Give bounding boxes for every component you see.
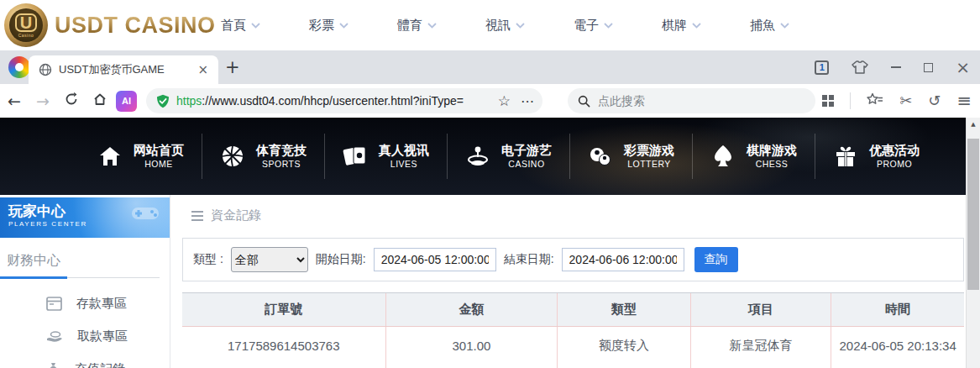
site-nav-electronic[interactable]: 電子 [574, 18, 613, 34]
apps-grid-icon[interactable] [822, 95, 834, 107]
casino-main-nav: 网站首页 HOME 体育竞技 SPORTS [0, 118, 966, 195]
window-close-button[interactable]: × [956, 59, 970, 76]
coin-letter: U [15, 13, 37, 32]
reload-icon [64, 92, 79, 107]
reload-button[interactable] [57, 92, 86, 111]
coin-inner: U Casino [9, 8, 43, 42]
end-date-input[interactable] [562, 248, 684, 271]
nav-lives[interactable]: 真人视讯 LIVES [324, 134, 447, 179]
players-center-header: 玩家中心 PLAYERS CENTER [0, 197, 170, 238]
nav-casino[interactable]: 电子游艺 CASINO [447, 134, 569, 179]
nav-label-zh: 网站首页 [134, 143, 184, 159]
search-box[interactable] [568, 88, 815, 113]
spade-icon [710, 144, 736, 169]
sidebar-menu: 存款專區 取款專區 充值記錄 [0, 287, 170, 368]
site-nav-sports[interactable]: 體育 [397, 18, 437, 34]
back-button[interactable]: ← [0, 92, 29, 110]
chevron-down-icon [251, 23, 260, 29]
nav-promo[interactable]: 优惠活动 PROMO [815, 134, 937, 179]
site-nav-label: 捕魚 [750, 18, 775, 34]
minimize-button[interactable] [891, 66, 901, 68]
page-scrollbar[interactable]: ▲ [966, 118, 980, 368]
query-button[interactable]: 查詢 [694, 247, 738, 272]
table-row: 1717589614503763 301.00 额度转入 新皇冠体育 2024-… [182, 327, 964, 368]
nav-label-zh: 真人视讯 [379, 143, 429, 159]
cell-amount: 301.00 [385, 327, 558, 368]
gift-icon [833, 144, 858, 169]
ai-assistant-button[interactable]: AI [116, 91, 137, 112]
url-text: https://www.usdt04.com/hhcp/usercenter.h… [176, 94, 491, 108]
site-nav-fishing[interactable]: 捕魚 [750, 18, 789, 34]
nav-label-en: LIVES [390, 159, 417, 170]
home-button[interactable] [86, 92, 114, 111]
nav-lottery[interactable]: 彩票游戏 LOTTERY [569, 134, 692, 179]
start-date-input[interactable] [374, 248, 496, 271]
nav-chess[interactable]: 棋牌游戏 CHESS [692, 134, 815, 179]
maximize-button[interactable] [924, 63, 933, 72]
playing-cards-icon [343, 144, 368, 169]
undo-restore-icon[interactable]: ↺ [928, 93, 941, 108]
site-header: U Casino USDT CASINO 首頁 彩票 體育 視訊 電子 棋牌 [0, 0, 980, 50]
home-icon [97, 144, 123, 169]
browser-tab[interactable]: USDT加密货币GAME × [29, 55, 218, 84]
chevron-down-icon [516, 23, 525, 29]
site-nav-lottery[interactable]: 彩票 [309, 18, 349, 34]
scroll-up-arrow-icon[interactable]: ▲ [967, 118, 980, 131]
col-amount: 金額 [385, 293, 558, 327]
favorites-icon[interactable] [867, 92, 883, 110]
site-nav-chess[interactable]: 棋牌 [662, 18, 701, 34]
browser-logo-icon[interactable] [8, 56, 30, 78]
col-item: 項目 [690, 293, 831, 327]
toolbar-right: ✂ ↺ ≡ [822, 84, 972, 118]
url-field[interactable]: https://www.usdt04.com/hhcp/usercenter.h… [146, 88, 542, 113]
toolbar-divider [850, 92, 851, 109]
page-viewport: 网站首页 HOME 体育竞技 SPORTS [0, 118, 980, 368]
brand: U Casino USDT CASINO [4, 3, 216, 47]
nav-label-en: CASINO [508, 159, 544, 170]
page-title-text: 資金記錄 [211, 208, 261, 223]
forward-button[interactable]: → [29, 92, 57, 110]
chevron-down-icon [692, 23, 701, 29]
filter-bar: 類型 : 全部 開始日期: 結束日期: 查詢 [182, 238, 964, 281]
site-nav: 首頁 彩票 體育 視訊 電子 棋牌 捕魚 [221, 0, 789, 50]
site-nav-home[interactable]: 首頁 [221, 18, 260, 34]
sidebar-item-label: 取款專區 [77, 329, 128, 344]
brand-name: USDT CASINO [55, 13, 216, 39]
browser-menu-icon[interactable]: ≡ [956, 92, 972, 110]
end-date-label: 結束日期: [504, 252, 554, 267]
cell-type: 额度转入 [558, 327, 690, 368]
tab-title: USDT加密货币GAME [59, 62, 187, 77]
nav-label-zh: 电子游艺 [501, 143, 552, 159]
hand-coin-icon [46, 330, 63, 343]
new-tab-button[interactable]: + [225, 57, 240, 77]
nav-label-zh: 优惠活动 [869, 143, 920, 159]
browser-address-bar: ← → AI https://www.usdt04.com/hhcp/userc… [0, 84, 980, 118]
chevron-down-icon [604, 23, 613, 29]
site-nav-label: 視訊 [485, 18, 511, 34]
search-icon [578, 95, 590, 108]
search-input[interactable] [598, 94, 805, 108]
table-header-row: 訂單號 金額 類型 項目 時間 [182, 293, 964, 327]
sidebar-item-withdraw[interactable]: 取款專區 [0, 320, 170, 353]
type-select[interactable]: 全部 [231, 247, 308, 272]
sidebar-item-recharge-record[interactable]: 充值記錄 [0, 353, 170, 368]
gamepad-icon [131, 204, 160, 226]
chevron-down-icon [427, 23, 437, 29]
sidebar-item-deposit[interactable]: 存款專區 [0, 287, 170, 320]
nav-home[interactable]: 网站首页 HOME [80, 134, 202, 179]
roulette-joystick-icon [465, 144, 490, 169]
chevron-down-icon [780, 23, 789, 29]
nav-label-en: HOME [144, 159, 173, 170]
tab-count-badge[interactable]: 1 [815, 60, 829, 75]
nav-sports[interactable]: 体育竞技 SPORTS [202, 134, 324, 179]
basketball-icon [220, 144, 245, 169]
screenshot-scissors-icon[interactable]: ✂ [899, 93, 912, 108]
tab-close-icon[interactable]: × [194, 62, 212, 77]
more-actions-icon[interactable]: ⋯ [521, 93, 534, 109]
scrollbar-thumb[interactable] [967, 139, 979, 290]
theme-tshirt-icon[interactable] [852, 60, 868, 74]
usdt-coin-logo-icon: U Casino [4, 3, 48, 47]
col-time: 時間 [831, 293, 964, 327]
site-nav-video[interactable]: 視訊 [485, 18, 525, 34]
bookmark-star-icon[interactable]: ☆ [498, 92, 511, 109]
